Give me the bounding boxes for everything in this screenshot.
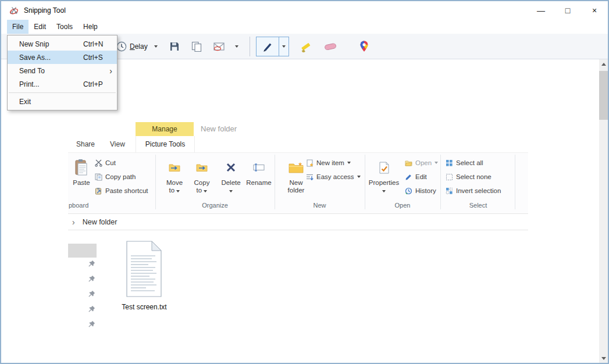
- window-title: Snipping Tool: [24, 6, 66, 15]
- dropdown-arrow-icon: [382, 190, 386, 192]
- pushpin-icon: [88, 290, 95, 298]
- explorer-window-title: New folder: [201, 124, 237, 133]
- menu-item-send-to[interactable]: Send To ›: [8, 64, 117, 77]
- explorer-ribbon: Paste Cut Copy path: [68, 152, 528, 214]
- dropdown-arrow-icon: [347, 162, 351, 164]
- ribbon-divider: [440, 155, 441, 209]
- ribbon-paste-button: Paste: [68, 156, 95, 187]
- minimize-button[interactable]: —: [528, 1, 554, 20]
- breadcrumb-location: New folder: [83, 218, 117, 226]
- pen-tool-button[interactable]: [256, 37, 289, 56]
- explorer-tab-view: View: [110, 140, 125, 148]
- explorer-tab-share: Share: [76, 140, 95, 148]
- title-bar: Snipping Tool — □ ×: [1, 1, 608, 20]
- history-icon: [405, 187, 412, 195]
- new-item-icon: [306, 159, 314, 167]
- ribbon-paste-shortcut-button: Paste shortcut: [95, 186, 148, 195]
- scroll-thumb[interactable]: [599, 71, 608, 120]
- floppy-icon: [169, 41, 180, 52]
- menu-file[interactable]: File: [7, 20, 29, 34]
- save-button[interactable]: [166, 39, 183, 54]
- delay-label: Delay: [130, 42, 148, 51]
- picture-tools-tab: Picture Tools: [136, 136, 195, 153]
- ribbon-delete-button: Delete: [218, 156, 244, 194]
- move-to-icon: [169, 163, 180, 172]
- pushpin-icon: [88, 260, 95, 267]
- ribbon-open-button: Open: [405, 158, 438, 167]
- send-button[interactable]: [211, 40, 241, 53]
- manage-tab-header: Manage: [136, 122, 194, 136]
- ribbon-select-none-button: Select none: [446, 172, 492, 181]
- ribbon-properties-button: Properties: [369, 156, 399, 194]
- edit-icon: [405, 173, 412, 181]
- eraser-icon: [323, 42, 337, 51]
- dropdown-arrow-icon: [357, 176, 361, 178]
- pen-dropdown-button[interactable]: [279, 37, 289, 56]
- select-group-label: Select: [440, 202, 516, 209]
- dropdown-arrow-icon: [176, 190, 180, 192]
- menu-edit[interactable]: Edit: [29, 20, 51, 34]
- menu-item-print[interactable]: Print... Ctrl+P: [8, 77, 117, 91]
- rename-icon: [253, 163, 265, 172]
- pushpin-icon: [88, 320, 95, 328]
- breadcrumb-chevron-icon: ›: [72, 217, 75, 227]
- dropdown-arrow-icon: [204, 190, 207, 192]
- file-name-label: Test screen.txt: [117, 303, 172, 311]
- ribbon-rename-button: Rename: [244, 156, 273, 187]
- ribbon-divider: [515, 155, 515, 209]
- organize-group-label: Organize: [155, 202, 275, 209]
- easy-access-icon: [306, 173, 314, 181]
- maximize-button[interactable]: □: [554, 1, 581, 20]
- close-button[interactable]: ×: [581, 1, 608, 20]
- eraser-button[interactable]: [320, 40, 340, 53]
- ribbon-edit-button: Edit: [405, 172, 427, 181]
- toolbar-separator: [250, 37, 250, 56]
- scroll-up-icon: [601, 63, 606, 66]
- dropdown-arrow-icon: [282, 45, 286, 48]
- paste-shortcut-icon: [95, 187, 102, 195]
- menu-item-exit[interactable]: Exit: [8, 95, 117, 108]
- copy-button[interactable]: [188, 39, 205, 54]
- pen-icon: [262, 41, 273, 52]
- menu-tools[interactable]: Tools: [51, 20, 78, 34]
- ribbon-move-to-button: Move to: [161, 156, 188, 194]
- menu-item-new-snip[interactable]: New Snip Ctrl+N: [8, 37, 117, 51]
- pushpin-icon: [88, 275, 95, 283]
- vertical-scrollbar[interactable]: [599, 59, 608, 363]
- ribbon-divider: [365, 155, 365, 209]
- scroll-down-button[interactable]: [599, 354, 608, 363]
- highlighter-button[interactable]: [296, 38, 315, 55]
- ribbon-copy-to-button: Copy to: [189, 156, 215, 194]
- menu-help[interactable]: Help: [78, 20, 103, 34]
- scroll-down-icon: [601, 357, 606, 360]
- submenu-arrow-icon: ›: [109, 66, 112, 76]
- new-folder-icon: [289, 162, 304, 173]
- ribbon-new-item-button: New item: [306, 158, 351, 167]
- copy-to-icon: [196, 163, 208, 172]
- email-icon: [213, 42, 226, 51]
- dropdown-arrow-icon: [154, 45, 158, 48]
- delay-button[interactable]: Delay: [113, 39, 161, 54]
- dropdown-arrow-icon: [435, 162, 438, 164]
- color-pin-button[interactable]: [357, 38, 372, 55]
- delete-x-icon: [226, 162, 236, 173]
- color-pin-icon: [359, 41, 369, 52]
- cut-icon: [95, 159, 102, 167]
- highlighter-icon: [299, 41, 312, 52]
- properties-icon: [379, 162, 389, 174]
- paste-icon: [75, 159, 88, 176]
- ribbon-select-all-button: Select all: [446, 158, 483, 167]
- dropdown-arrow-icon: [229, 190, 233, 192]
- new-group-label: New: [275, 202, 365, 209]
- text-file-icon: [126, 241, 162, 297]
- partial-selection-rect: [68, 244, 97, 258]
- ribbon-history-button: History: [405, 186, 436, 195]
- ribbon-divider: [275, 155, 275, 209]
- scroll-up-button[interactable]: [599, 59, 608, 69]
- clock-icon: [116, 41, 127, 52]
- ribbon-copy-path-button: Copy path: [95, 172, 136, 181]
- copy-path-icon: [95, 173, 102, 181]
- menu-item-save-as[interactable]: Save As... Ctrl+S: [8, 51, 117, 64]
- open-icon: [405, 159, 412, 167]
- file-menu: New Snip Ctrl+N Save As... Ctrl+S Send T…: [7, 35, 117, 110]
